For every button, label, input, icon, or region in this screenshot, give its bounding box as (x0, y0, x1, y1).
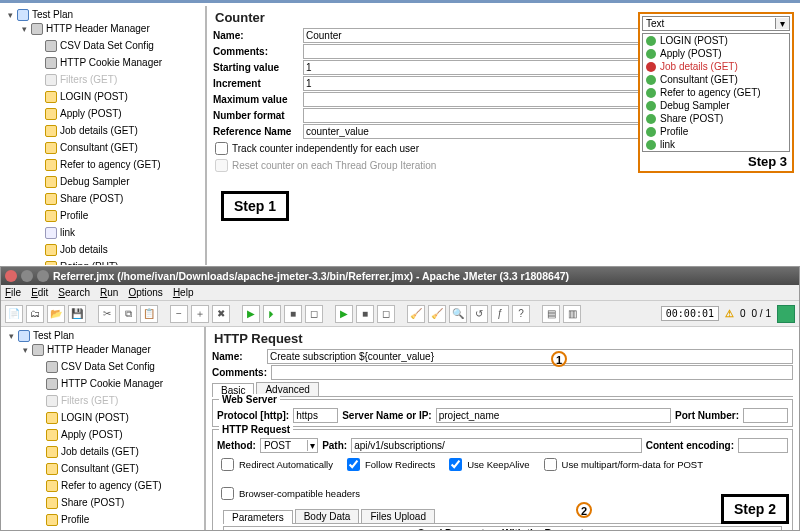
name-input[interactable] (267, 349, 793, 364)
clear-icon[interactable]: 🧹 (407, 305, 425, 323)
tree-item[interactable]: Apply (POST) (33, 428, 125, 442)
results-mode-combo[interactable]: Text ▾ (642, 16, 790, 31)
multipart-checkbox[interactable] (544, 458, 557, 471)
tree-item[interactable]: HTTP Cookie Manager (32, 56, 164, 70)
tab-parameters[interactable]: Parameters (223, 510, 293, 524)
start-icon[interactable]: ▶ (242, 305, 260, 323)
tree-item[interactable]: Rating (PUT) (32, 260, 120, 265)
menu-edit[interactable]: Edit (31, 287, 48, 298)
tree-item[interactable]: Apply (POST) (32, 107, 124, 121)
tab-body-data[interactable]: Body Data (295, 509, 360, 523)
tree-item[interactable]: Job details (GET) (32, 124, 140, 138)
track-per-user-checkbox[interactable] (215, 142, 228, 155)
tree-root[interactable]: Test Plan (5, 329, 76, 343)
help-icon[interactable]: ? (512, 305, 530, 323)
reset-each-iter-checkbox (215, 159, 228, 172)
copy-icon[interactable]: ⧉ (119, 305, 137, 323)
tree-item[interactable]: HTTP Cookie Manager (33, 377, 165, 391)
tpl1-icon[interactable]: ▤ (542, 305, 560, 323)
menu-search[interactable]: Search (58, 287, 90, 298)
tree-item[interactable]: Job details (32, 243, 110, 257)
templates-icon[interactable]: 🗂 (26, 305, 44, 323)
tree-item[interactable]: HTTP Header Manager (19, 343, 153, 357)
method-select[interactable]: POST (261, 440, 307, 451)
result-item[interactable]: Share (POST) (643, 112, 789, 125)
tree-item[interactable]: Share (POST) (32, 192, 125, 206)
tree-pane-top[interactable]: Test PlanHTTP Header ManagerCSV Data Set… (0, 6, 205, 265)
cut-icon[interactable]: ✂ (98, 305, 116, 323)
redirect-auto-checkbox[interactable] (221, 458, 234, 471)
tree-item[interactable]: CSV Data Set Config (32, 39, 156, 53)
fn-helper-icon[interactable]: ƒ (491, 305, 509, 323)
follow-redirects-checkbox[interactable] (347, 458, 360, 471)
encoding-input[interactable] (738, 438, 788, 453)
tree-root[interactable]: Test Plan (4, 8, 75, 22)
remote-shutdown-icon[interactable]: ◻ (377, 305, 395, 323)
chevron-down-icon[interactable]: ▾ (775, 18, 789, 29)
tree-item[interactable]: LOGIN (POST) (33, 411, 131, 425)
start-notimers-icon[interactable]: ⏵ (263, 305, 281, 323)
menu-options[interactable]: Options (128, 287, 162, 298)
toggle-icon[interactable]: ✖ (212, 305, 230, 323)
tree-item[interactable]: Profile (32, 209, 90, 223)
tree-item[interactable]: Debug Sampler (32, 175, 131, 189)
tree-item[interactable]: Refer to agency (GET) (33, 479, 164, 493)
tpl2-icon[interactable]: ▥ (563, 305, 581, 323)
tree-item[interactable]: CSV Data Set Config (33, 360, 157, 374)
toolbar[interactable]: 📄 🗂 📂 💾 ✂ ⧉ 📋 − ＋ ✖ ▶ ⏵ ■ ◻ ▶ ■ ◻ 🧹 🧹 🔍 … (1, 301, 799, 327)
tree-item[interactable]: Consultant (GET) (32, 141, 140, 155)
tree-item[interactable]: Consultant (GET) (33, 462, 141, 476)
result-item[interactable]: Refer to agency (GET) (643, 86, 789, 99)
result-item[interactable]: Consultant (GET) (643, 73, 789, 86)
paste-icon[interactable]: 📋 (140, 305, 158, 323)
minimize-icon[interactable] (21, 270, 33, 282)
remote-stop-icon[interactable]: ■ (356, 305, 374, 323)
result-item[interactable]: LOGIN (POST) (643, 34, 789, 47)
result-item[interactable]: link (643, 138, 789, 151)
browser-headers-checkbox[interactable] (221, 487, 234, 500)
clearall-icon[interactable]: 🧹 (428, 305, 446, 323)
tree-item[interactable]: Share (POST) (33, 496, 126, 510)
warning-icon[interactable]: ⚠ (725, 308, 734, 319)
reset-search-icon[interactable]: ↺ (470, 305, 488, 323)
tab-files-upload[interactable]: Files Upload (361, 509, 435, 523)
keepalive-checkbox[interactable] (449, 458, 462, 471)
remote-start-icon[interactable]: ▶ (335, 305, 353, 323)
tree-item[interactable]: LOGIN (POST) (32, 90, 130, 104)
expand-icon[interactable]: − (170, 305, 188, 323)
maximize-icon[interactable] (37, 270, 49, 282)
tree-item[interactable]: Refer to agency (GET) (32, 158, 163, 172)
save-icon[interactable]: 💾 (68, 305, 86, 323)
result-item[interactable]: Apply (POST) (643, 47, 789, 60)
collapse-icon[interactable]: ＋ (191, 305, 209, 323)
table-title: Send Parameters With the Request: (224, 527, 781, 530)
tree-item[interactable]: HTTP Header Manager (18, 22, 152, 36)
result-item[interactable]: Profile (643, 125, 789, 138)
close-icon[interactable] (5, 270, 17, 282)
protocol-input[interactable] (293, 408, 338, 423)
status-bullet-icon (646, 127, 656, 137)
tree-item[interactable]: Filters (GET) (32, 73, 119, 87)
server-input[interactable] (436, 408, 671, 423)
chevron-down-icon[interactable]: ▾ (307, 440, 317, 451)
path-input[interactable] (351, 438, 642, 453)
comments-input[interactable] (271, 365, 793, 380)
port-input[interactable] (743, 408, 788, 423)
menu-run[interactable]: Run (100, 287, 118, 298)
result-item[interactable]: Debug Sampler (643, 99, 789, 112)
menu-help[interactable]: Help (173, 287, 194, 298)
shutdown-icon[interactable]: ◻ (305, 305, 323, 323)
search-icon[interactable]: 🔍 (449, 305, 467, 323)
new-icon[interactable]: 📄 (5, 305, 23, 323)
result-item[interactable]: Job details (GET) (643, 60, 789, 73)
menu-file[interactable]: File (5, 287, 21, 298)
tree-item[interactable]: Profile (33, 513, 91, 527)
menubar[interactable]: FileEditSearchRunOptionsHelp (1, 285, 799, 301)
window-titlebar[interactable]: Referrer.jmx (/home/ivan/Downloads/apach… (1, 267, 799, 285)
open-icon[interactable]: 📂 (47, 305, 65, 323)
tree-pane-bottom[interactable]: Test PlanHTTP Header ManagerCSV Data Set… (1, 327, 206, 530)
stop-icon[interactable]: ■ (284, 305, 302, 323)
tree-item[interactable]: Job details (GET) (33, 445, 141, 459)
tree-item[interactable]: link (32, 226, 77, 240)
tree-item[interactable]: Filters (GET) (33, 394, 120, 408)
